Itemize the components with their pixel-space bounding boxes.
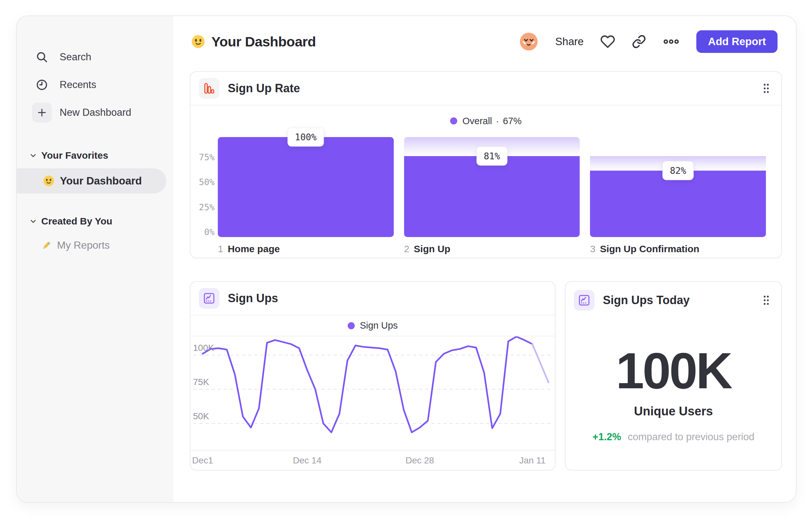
- section-label: Your Favorites: [41, 150, 108, 161]
- legend-separator: ·: [496, 116, 499, 127]
- avatar[interactable]: [519, 32, 539, 51]
- legend-label: Sign Ups: [360, 320, 398, 331]
- card-title: Sign Ups: [228, 292, 278, 305]
- funnel-y-tick: 75%: [199, 152, 214, 162]
- card-header: Sign Up Rate: [191, 72, 781, 105]
- line-y-tick: 100K: [193, 343, 214, 355]
- step-name: Home page: [228, 243, 280, 254]
- kpi-value: 100K: [566, 345, 781, 396]
- smiley-emoji: [42, 175, 55, 187]
- funnel-bars: 100%81%82%: [218, 137, 766, 237]
- pencil-emoji: [41, 239, 53, 251]
- funnel-y-tick: 50%: [199, 177, 214, 187]
- smiley-emoji: [191, 34, 206, 49]
- conversion-badge: 82%: [663, 161, 694, 180]
- funnel-bar: 100%: [218, 137, 394, 237]
- favorite-heart-button[interactable]: [600, 34, 615, 49]
- card-header: Sign Ups: [191, 282, 555, 316]
- sidebar-item-search[interactable]: Search: [17, 43, 173, 71]
- sidebar-item-recents[interactable]: Recents: [17, 71, 173, 99]
- funnel-bar: 81%: [404, 137, 580, 237]
- card-title: Sign Ups Today: [603, 294, 690, 307]
- funnel-step-label: 2Sign Up: [404, 243, 580, 254]
- funnel-solid-segment: [590, 171, 766, 237]
- line-y-tick: 50K: [193, 411, 209, 424]
- drag-handle-icon[interactable]: [761, 294, 772, 307]
- sidebar-item-your-dashboard-active[interactable]: Your Dashboard: [17, 168, 166, 193]
- funnel-step-labels: 1Home page2Sign Up3Sign Up Confirmation: [218, 243, 781, 254]
- sidebar-item-my-reports[interactable]: My Reports: [17, 235, 173, 255]
- sidebar-item-label: My Reports: [57, 239, 110, 251]
- sidebar-item-label: New Dashboard: [60, 107, 131, 118]
- sign-up-rate-card: Sign Up Rate Overall · 67% 75%50%25%0% 1…: [190, 71, 782, 258]
- sign-ups-today-card: Sign Ups Today 100K Unique Users +1.2% c…: [565, 281, 782, 470]
- line-x-axis: Dec1Dec 14Dec 28Jan 11: [191, 451, 555, 470]
- line-x-tick: Dec 14: [293, 455, 322, 466]
- line-chart-icon: [574, 290, 594, 310]
- favorites-section-header[interactable]: Your Favorites: [17, 146, 173, 164]
- funnel-y-tick: 0%: [204, 227, 214, 237]
- line-chart-svg: [193, 336, 553, 450]
- share-label: Share: [555, 35, 584, 48]
- line-y-tick: 75K: [193, 377, 209, 389]
- funnel-legend: Overall · 67%: [191, 114, 781, 127]
- chevron-down-icon: [30, 152, 37, 159]
- page-title: Your Dashboard: [211, 34, 316, 50]
- step-name: Sign Up: [414, 243, 450, 254]
- share-button[interactable]: Share: [555, 35, 584, 48]
- line-chart: 100K75K50K: [191, 336, 555, 451]
- kpi-delta-row: +1.2% compared to previous period: [566, 431, 781, 443]
- line-x-tick: Dec1: [192, 455, 213, 466]
- search-icon: [32, 47, 52, 67]
- legend-value: 67%: [503, 116, 522, 127]
- sidebar: Search Recents New Dashboard Your Favori…: [17, 16, 173, 502]
- sidebar-item-new-dashboard[interactable]: New Dashboard: [17, 99, 173, 127]
- funnel-y-axis: 75%50%25%0%: [191, 137, 218, 237]
- kpi-delta-note: compared to previous period: [628, 431, 754, 442]
- funnel-bar: 82%: [590, 137, 766, 237]
- conversion-badge: 81%: [476, 146, 508, 165]
- sidebar-item-label: Search: [60, 51, 91, 63]
- step-number: 3: [590, 243, 596, 254]
- signups-line: [532, 344, 548, 382]
- app-window: Search Recents New Dashboard Your Favori…: [16, 16, 796, 503]
- legend-dot: [348, 322, 355, 329]
- more-options-button[interactable]: [663, 33, 679, 50]
- funnel-step-label: 3Sign Up Confirmation: [590, 243, 766, 254]
- main-content: Your Dashboard Share Add Report: [173, 16, 796, 502]
- bar-chart-icon: [199, 78, 220, 99]
- kpi-unit-label: Unique Users: [566, 404, 781, 418]
- line-x-tick: Jan 11: [519, 455, 546, 466]
- copy-link-button[interactable]: [632, 34, 646, 49]
- drag-handle-icon[interactable]: [761, 82, 772, 95]
- step-name: Sign Up Confirmation: [600, 243, 699, 254]
- sign-ups-card: Sign Ups Sign Ups 100K75K50K Dec1Dec 14D…: [190, 281, 555, 470]
- step-number: 1: [218, 243, 223, 254]
- card-title: Sign Up Rate: [228, 82, 300, 95]
- legend-label: Overall: [462, 116, 492, 127]
- created-section-header[interactable]: Created By You: [17, 212, 173, 230]
- funnel-solid-segment: [218, 137, 394, 237]
- funnel-solid-segment: [404, 156, 580, 237]
- line-x-tick: Dec 28: [405, 455, 434, 466]
- add-report-button[interactable]: Add Report: [696, 30, 778, 53]
- section-label: Created By You: [41, 216, 112, 227]
- sidebar-item-label: Your Dashboard: [60, 175, 142, 187]
- signups-line: [203, 337, 532, 432]
- line-legend: Sign Ups: [191, 316, 555, 336]
- clock-icon: [32, 75, 52, 95]
- funnel-chart: 75%50%25%0% 100%81%82%: [191, 137, 781, 237]
- step-number: 2: [404, 243, 410, 254]
- funnel-y-tick: 25%: [199, 202, 214, 212]
- funnel-step-label: 1Home page: [218, 243, 394, 254]
- plus-icon: [32, 103, 52, 123]
- chevron-down-icon: [30, 218, 37, 225]
- legend-dot: [450, 117, 457, 125]
- kpi-delta: +1.2%: [592, 431, 621, 442]
- sidebar-item-label: Recents: [60, 79, 96, 91]
- line-chart-icon: [199, 288, 220, 309]
- conversion-badge: 100%: [287, 128, 324, 147]
- card-header: Sign Ups Today: [566, 284, 781, 317]
- dashboard-titlebar: Your Dashboard Share Add Report: [173, 30, 796, 54]
